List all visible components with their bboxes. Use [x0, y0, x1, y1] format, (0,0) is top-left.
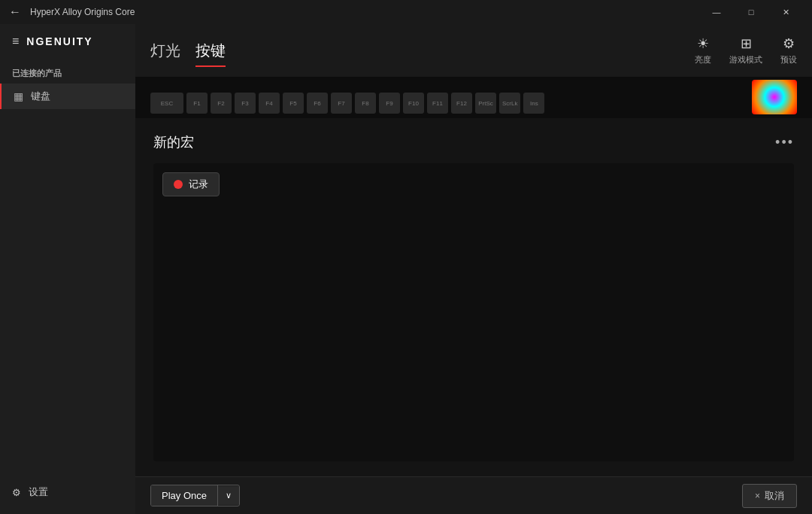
back-button[interactable]: ←	[9, 5, 21, 19]
macro-footer: Play Once ∨ × 取消	[135, 476, 812, 514]
cancel-x-icon: ×	[755, 491, 760, 501]
maximize-button[interactable]: □	[734, 0, 768, 24]
game-mode-icon: ⊞	[741, 35, 752, 52]
key-f3[interactable]: F3	[235, 93, 256, 114]
key-ins[interactable]: Ins	[523, 93, 544, 114]
key-f9[interactable]: F9	[379, 93, 400, 114]
main-content: 灯光 按键 ☀ 亮度 ⊞ 游戏模式 ⚙ 预设	[135, 24, 812, 514]
sidebar-item-keyboard[interactable]: ▦ 键盘	[0, 84, 135, 109]
presets-icon: ⚙	[783, 35, 795, 52]
key-f1[interactable]: F1	[186, 93, 208, 114]
game-mode-label: 游戏模式	[729, 54, 762, 65]
sidebar-header: ≡ NGENUITY	[0, 24, 135, 59]
sidebar-section-label: 已连接的产品	[0, 59, 135, 84]
macro-more-button[interactable]: •••	[775, 135, 794, 151]
key-f8[interactable]: F8	[355, 93, 376, 114]
keyboard-preview-bar: ESC F1 F2 F3 F4 F5 F6 F7 F8 F9 F10 F11 F…	[135, 77, 812, 118]
minimize-button[interactable]: —	[699, 0, 734, 24]
macro-body: 记录	[153, 163, 794, 461]
close-button[interactable]: ✕	[768, 0, 803, 24]
window-controls: — □ ✕	[699, 0, 803, 24]
record-label: 记录	[189, 178, 208, 191]
key-f7[interactable]: F7	[331, 93, 352, 114]
dropdown-arrow-icon[interactable]: ∨	[218, 486, 239, 505]
header-actions: ☀ 亮度 ⊞ 游戏模式 ⚙ 预设	[695, 35, 797, 65]
key-f5[interactable]: F5	[283, 93, 304, 114]
presets-label: 预设	[780, 54, 797, 65]
keyboard-icon: ▦	[14, 90, 23, 102]
action-brightness[interactable]: ☀ 亮度	[695, 35, 711, 65]
brightness-icon: ☀	[697, 35, 709, 52]
key-f10[interactable]: F10	[403, 93, 424, 114]
settings-icon: ⚙	[12, 487, 21, 498]
sidebar-keyboard-label: 键盘	[31, 90, 50, 103]
hamburger-icon[interactable]: ≡	[12, 35, 19, 48]
brightness-label: 亮度	[695, 54, 711, 65]
sidebar-bottom: ⚙ 设置	[0, 470, 135, 514]
footer-actions: × 取消	[742, 484, 797, 508]
settings-label: 设置	[29, 485, 48, 499]
key-scrlk[interactable]: ScrLk	[499, 93, 520, 114]
action-presets[interactable]: ⚙ 预设	[780, 35, 797, 65]
window-title: HyperX Alloy Origins Core	[30, 7, 699, 17]
play-once-dropdown[interactable]: Play Once ∨	[150, 485, 240, 506]
tab-keys[interactable]: 按键	[195, 38, 226, 64]
header-tabs: 灯光 按键	[150, 38, 226, 64]
macro-header: 新的宏 •••	[153, 133, 794, 151]
tab-lighting[interactable]: 灯光	[150, 38, 180, 64]
key-f2[interactable]: F2	[211, 93, 232, 114]
action-game-mode[interactable]: ⊞ 游戏模式	[729, 35, 762, 65]
key-prtsc[interactable]: PrtSc	[475, 93, 496, 114]
sidebar-settings[interactable]: ⚙ 设置	[0, 479, 135, 505]
key-f4[interactable]: F4	[259, 93, 280, 114]
cancel-label: 取消	[765, 489, 784, 503]
record-dot-icon	[174, 180, 183, 189]
macro-editor-area: 新的宏 ••• 记录	[135, 118, 812, 476]
key-f12[interactable]: F12	[451, 93, 472, 114]
brand-name: NGENUITY	[26, 35, 92, 47]
key-esc[interactable]: ESC	[150, 93, 183, 114]
macro-title: 新的宏	[153, 133, 194, 151]
key-f6[interactable]: F6	[307, 93, 328, 114]
play-once-label: Play Once	[151, 485, 218, 506]
keyboard-logo-preview	[752, 80, 797, 114]
app-header: 灯光 按键 ☀ 亮度 ⊞ 游戏模式 ⚙ 预设	[135, 24, 812, 77]
title-bar: ← HyperX Alloy Origins Core — □ ✕	[0, 0, 812, 24]
record-button[interactable]: 记录	[162, 172, 220, 196]
sidebar: ≡ NGENUITY 已连接的产品 ▦ 键盘 ⚙ 设置	[0, 24, 135, 514]
cancel-button[interactable]: × 取消	[742, 484, 797, 508]
key-f11[interactable]: F11	[427, 93, 448, 114]
app-container: ≡ NGENUITY 已连接的产品 ▦ 键盘 ⚙ 设置 灯光 按键	[0, 24, 812, 514]
